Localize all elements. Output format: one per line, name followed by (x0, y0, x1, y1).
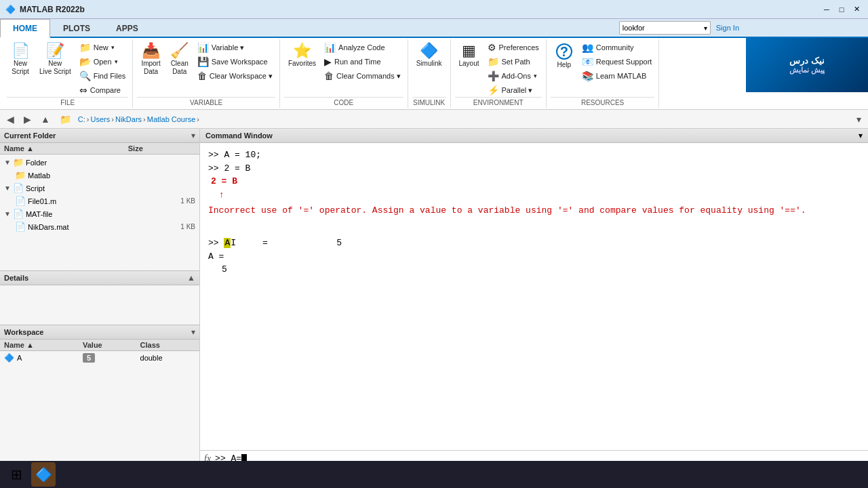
find-files-button[interactable]: 🔍 Find Files (77, 69, 129, 83)
breadcrumb-matlab-course[interactable]: Matlab Course (147, 115, 196, 123)
ws-col-name[interactable]: Name ▲ (0, 340, 79, 351)
variable-col: 📊 Variable ▾ 💾 Save Workspace 🗑 Clear Wo… (195, 41, 275, 83)
preferences-button[interactable]: ⚙ Preferences (485, 41, 542, 54)
community-icon: 👥 (582, 42, 593, 53)
cmd-line-arrow: ↑ (208, 188, 860, 202)
logo-line1: نیک درس (789, 56, 825, 66)
analyze-code-icon: 📊 (324, 42, 336, 53)
breadcrumb-nikdars[interactable]: NikDars (115, 115, 142, 123)
details-collapse-button[interactable]: ▲ (187, 273, 195, 283)
ws-col-class[interactable]: Class (136, 340, 199, 351)
add-ons-button[interactable]: ➕ Add-Ons▾ (485, 69, 542, 83)
workspace-menu-button[interactable]: ▾ (191, 327, 195, 337)
community-button[interactable]: 👥 Community (579, 41, 655, 54)
cmd-content[interactable]: >> A = 10; >> 2 = B 2 = B ↑ Incorrect us… (200, 143, 868, 450)
analyze-code-button[interactable]: 📊 Analyze Code (321, 41, 403, 54)
tree-group-folder[interactable]: ▼ 📁 Folder (1, 156, 198, 169)
search-dropdown-icon[interactable]: ▾ (704, 24, 707, 32)
ribbon-group-variable: 📥 ImportData 🧹 CleanData 📊 Variable ▾ 💾 … (133, 39, 280, 108)
tab-bar: HOME PLOTS APPS ▾ Sign In (0, 19, 868, 38)
clean-data-button[interactable]: 🧹 CleanData (166, 41, 193, 79)
save-workspace-icon: 💾 (197, 56, 209, 67)
tree-group-mat[interactable]: ▼ 📄 MAT-file (1, 207, 198, 220)
new-live-script-button[interactable]: 📝 NewLive Script (35, 41, 75, 79)
details-header: Details ▲ (0, 271, 199, 285)
window-controls: ─ □ ✕ (821, 4, 863, 15)
cmd-line-a-result-label: A = (208, 250, 860, 264)
new-live-script-icon: 📝 (46, 43, 64, 58)
col-name[interactable]: Name ▲ (0, 143, 124, 155)
clear-commands-button[interactable]: 🗑 Clear Commands ▾ (321, 69, 403, 83)
browse-button[interactable]: 📁 (57, 113, 74, 126)
maximize-button[interactable]: □ (835, 4, 848, 15)
open-icon: 📂 (79, 56, 91, 67)
current-folder-menu-button[interactable]: ▾ (191, 131, 195, 140)
compare-button[interactable]: ⇔ Compare (77, 83, 129, 97)
logo-area: نیک درس پیش نمایش (746, 38, 868, 92)
open-button[interactable]: 📂 Open▾ (77, 55, 129, 68)
tree-group-script[interactable]: ▼ 📄 Script (1, 182, 198, 195)
close-button[interactable]: ✕ (850, 4, 863, 15)
ribbon: 📄 NewScript 📝 NewLive Script 📁 New▾ 📂 Op… (0, 38, 868, 110)
nav-back-button[interactable]: ◀ (4, 113, 17, 126)
workspace-panel: Workspace ▾ Name ▲ Value Class 🔷 (0, 325, 199, 467)
main-area: Current Folder ▾ Name ▲ Size ▼ 📁 Folder (0, 129, 868, 466)
set-path-button[interactable]: 📁 Set Path (485, 55, 542, 68)
save-workspace-button[interactable]: 💾 Save Workspace (195, 55, 275, 68)
help-button[interactable]: ? Help (551, 41, 578, 72)
nav-up-button[interactable]: ▲ (38, 113, 53, 126)
breadcrumb-dropdown-button[interactable]: ▾ (854, 113, 864, 126)
cmd-line-output-red: 2 = B (208, 175, 860, 188)
app-icon: 🔷 (5, 5, 16, 14)
minimize-button[interactable]: ─ (821, 4, 833, 15)
variable-dropdown-button[interactable]: 📊 Variable ▾ (195, 41, 275, 54)
breadcrumb-c[interactable]: C: (78, 115, 85, 123)
add-ons-icon: ➕ (488, 70, 499, 81)
parallel-button[interactable]: ⚡ Parallel ▾ (485, 83, 542, 97)
tab-apps[interactable]: APPS (103, 19, 151, 37)
workspace-row-a[interactable]: 🔷 A 5 double (0, 350, 199, 365)
env-col: ⚙ Preferences 📁 Set Path ➕ Add-Ons▾ ⚡ Pa… (485, 41, 542, 97)
nav-forward-button[interactable]: ▶ (21, 113, 34, 126)
clean-data-icon: 🧹 (170, 43, 189, 58)
layout-button[interactable]: ▦ Layout (455, 41, 484, 70)
ribbon-code-items: ⭐ Favorites 📊 Analyze Code ▶ Run and Tim… (284, 41, 403, 97)
taskbar-matlab-button[interactable]: 🔷 (31, 462, 56, 487)
command-window-menu-button[interactable]: ▾ (859, 131, 863, 140)
simulink-button[interactable]: 🔷 Simulink (412, 41, 446, 70)
taskbar: ⊞ 🔷 (0, 461, 868, 488)
resources-group-label: RESOURCES (551, 97, 655, 106)
current-folder-panel: Current Folder ▾ Name ▲ Size ▼ 📁 Folder (0, 129, 199, 271)
ribbon-group-environment: ▦ Layout ⚙ Preferences 📁 Set Path ➕ Add-… (451, 39, 547, 108)
sign-in-button[interactable]: Sign In (716, 24, 739, 32)
tree-item-matlab[interactable]: 📁 Matlab (1, 169, 198, 182)
breadcrumb: C: › Users › NikDars › Matlab Course › (78, 115, 852, 123)
col-size[interactable]: Size (124, 143, 199, 155)
ribbon-group-code: ⭐ Favorites 📊 Analyze Code ▶ Run and Tim… (280, 39, 408, 108)
new-script-button[interactable]: 📄 NewScript (7, 41, 34, 79)
tree-item-nikdars[interactable]: 📄 NikDars.mat 1 KB (1, 220, 198, 233)
left-panel: Current Folder ▾ Name ▲ Size ▼ 📁 Folder (0, 129, 200, 466)
ws-col-value[interactable]: Value (79, 340, 136, 351)
ribbon-simulink-items: 🔷 Simulink (412, 41, 446, 97)
learn-matlab-button[interactable]: 📚 Learn MATLAB (579, 69, 655, 83)
new-button[interactable]: 📁 New▾ (77, 41, 129, 54)
breadcrumb-users[interactable]: Users (91, 115, 111, 123)
tab-plots[interactable]: PLOTS (50, 19, 103, 37)
ribbon-group-resources: ? Help 👥 Community 📧 Request Support 📚 L… (547, 39, 660, 108)
search-input[interactable] (623, 24, 704, 32)
app-title: 🔷 MATLAB R2022b (5, 5, 85, 14)
tab-home[interactable]: HOME (0, 19, 50, 38)
clear-workspace-button[interactable]: 🗑 Clear Workspace ▾ (195, 69, 275, 83)
find-files-icon: 🔍 (79, 70, 91, 81)
environment-group-label: ENVIRONMENT (455, 97, 542, 106)
request-support-button[interactable]: 📧 Request Support (579, 55, 655, 68)
cmd-line-a-equals-5: >> AI = 5 (208, 236, 860, 250)
run-and-time-button[interactable]: ▶ Run and Time (321, 55, 403, 68)
import-data-button[interactable]: 📥 ImportData (137, 41, 164, 79)
folder-table: Name ▲ Size (0, 143, 199, 155)
tree-item-file01[interactable]: 📄 File01.m 1 KB (1, 195, 198, 207)
favorites-button[interactable]: ⭐ Favorites (284, 41, 320, 70)
new-icon: 📁 (79, 42, 91, 53)
windows-start-button[interactable]: ⊞ (4, 462, 28, 487)
